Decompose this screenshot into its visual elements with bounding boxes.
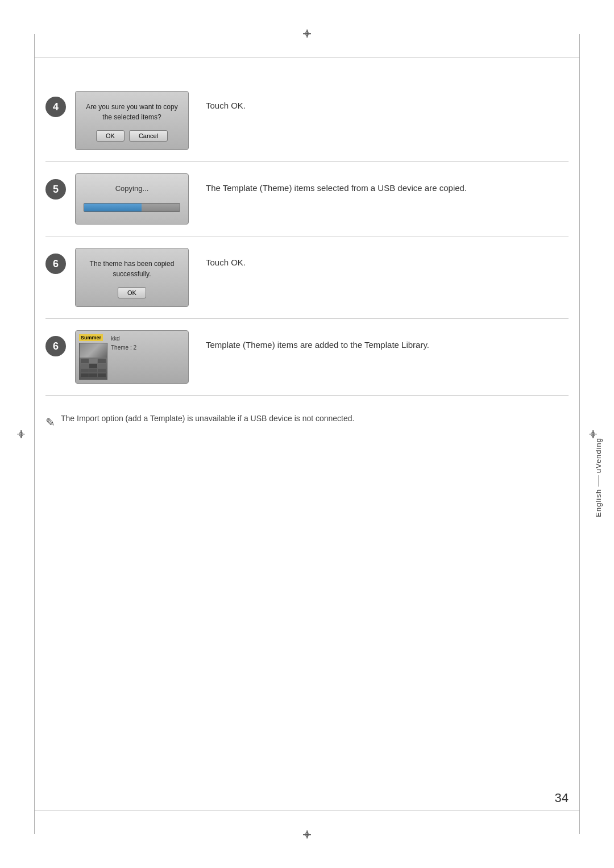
template-lib-6b: Summer <box>75 330 189 384</box>
reg-mark-bottom <box>303 830 311 838</box>
side-label-uvending: uVending <box>594 438 603 473</box>
step-badge-5: 5 <box>45 179 66 200</box>
thumb-cell <box>98 369 106 372</box>
steps-container: 4 Are you sure you want to copy the sele… <box>45 80 569 396</box>
thumb-top <box>80 343 107 358</box>
thumb-cell <box>81 373 89 377</box>
thumb-cell <box>89 359 97 363</box>
screen-mockup-5: Copying... <box>75 173 189 225</box>
screen-mockup-4: Are you sure you want to copy the select… <box>75 91 189 150</box>
thumb-cell <box>98 364 106 368</box>
thumb-cell <box>89 369 97 372</box>
reg-mark-top <box>303 30 311 38</box>
step-row-6a: 6 The theme has been copied successfully… <box>45 236 569 319</box>
main-content: 4 Are you sure you want to copy the sele… <box>45 68 569 800</box>
success-box-6a: The theme has been copied successfully. … <box>75 248 189 307</box>
step-row-5: 5 Copying... The Template (Theme) items … <box>45 162 569 236</box>
dialog-box-4: Are you sure you want to copy the select… <box>75 91 189 150</box>
thumb-cell <box>98 373 106 377</box>
step-description-5: The Template (Theme) items selected from… <box>206 173 569 195</box>
cancel-button-4[interactable]: Cancel <box>129 130 168 142</box>
step-badge-6a: 6 <box>45 254 66 274</box>
step-badge-4: 4 <box>45 97 66 117</box>
step-description-4: Touch OK. <box>206 91 569 113</box>
template-name: kkd <box>111 334 136 343</box>
thumb-cell <box>81 359 89 363</box>
progress-fill-5 <box>84 203 142 211</box>
ok-button-4[interactable]: OK <box>96 130 125 142</box>
border-left <box>34 34 35 834</box>
screen-mockup-6b: Summer <box>75 330 189 384</box>
template-item: Summer <box>79 334 185 380</box>
step-row-4: 4 Are you sure you want to copy the sele… <box>45 80 569 162</box>
screen-mockup-6a: The theme has been copied successfully. … <box>75 248 189 307</box>
border-top <box>34 57 580 57</box>
reg-mark-right <box>589 430 597 438</box>
copying-box-5: Copying... <box>75 173 189 225</box>
border-bottom <box>34 811 580 811</box>
thumb-cell <box>89 373 97 377</box>
success-buttons-6a: OK <box>84 287 180 298</box>
note-section: ✎ The Import option (add a Template) is … <box>45 413 569 431</box>
dialog-text-4: Are you sure you want to copy the select… <box>84 102 180 122</box>
reg-mark-left <box>17 430 25 438</box>
copying-text-5: Copying... <box>84 184 180 193</box>
success-text-6a: The theme has been copied successfully. <box>84 259 180 279</box>
dialog-buttons-4: OK Cancel <box>84 130 180 142</box>
step-description-6a: Touch OK. <box>206 248 569 269</box>
thumb-cell <box>81 364 89 368</box>
border-right <box>579 34 580 834</box>
template-theme: Theme : 2 <box>111 343 136 352</box>
note-icon: ✎ <box>45 414 55 431</box>
progress-bar-5 <box>84 203 180 212</box>
side-label-container: uVending English <box>594 438 603 517</box>
template-info: kkd Theme : 2 <box>111 334 136 352</box>
ok-button-6a[interactable]: OK <box>118 287 146 298</box>
side-label-divider <box>598 475 599 487</box>
template-thumb <box>79 343 107 380</box>
step-badge-6b: 6 <box>45 336 66 356</box>
thumb-cell <box>98 359 106 363</box>
thumb-cell <box>81 369 89 372</box>
page-number: 34 <box>555 791 569 805</box>
note-text: The Import option (add a Template) is un… <box>61 413 354 425</box>
template-label: Summer <box>79 334 103 341</box>
step-row-6b: 6 Summer <box>45 319 569 396</box>
thumb-cell <box>89 364 97 368</box>
side-label-english: English <box>594 489 603 517</box>
thumb-grid <box>80 358 107 379</box>
step-description-6b: Template (Theme) items are added to the … <box>206 330 569 352</box>
